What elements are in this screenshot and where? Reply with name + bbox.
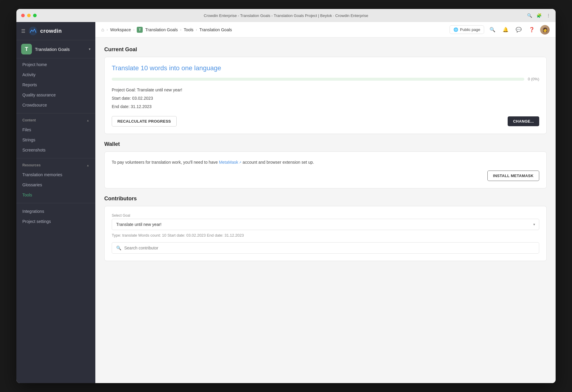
- sidebar-bottom-section: Integrations Project settings: [16, 205, 95, 228]
- recalculate-progress-button[interactable]: RECALCULATE PROGRESS: [112, 116, 177, 126]
- window-title: Crowdin Enterprise - Translation Goals -…: [204, 13, 368, 18]
- change-button[interactable]: CHANGE...: [508, 116, 539, 126]
- breadcrumb-sep-1: ›: [133, 28, 134, 32]
- sidebar-content-section: Files Strings Screenshots: [16, 124, 95, 156]
- logo-area: crowdin: [28, 26, 62, 36]
- project-selector[interactable]: T Translation Goals ▾: [16, 40, 95, 58]
- sidebar-item-reports[interactable]: Reports: [16, 80, 95, 90]
- breadcrumb-project[interactable]: Translation Goals: [145, 27, 178, 32]
- wallet-text: To pay volunteers for translation work, …: [112, 159, 539, 165]
- sidebar-item-label: Crowdsource: [22, 103, 47, 107]
- goal-meta-project: Project Goal: Translate until new year!: [112, 87, 539, 94]
- breadcrumb-project-icon: T: [137, 27, 143, 33]
- search-contributor-wrap: 🔍: [112, 242, 539, 254]
- close-button[interactable]: [21, 14, 25, 17]
- wallet-actions: INSTALL METAMASK: [112, 171, 539, 181]
- sidebar-item-tools[interactable]: Tools: [16, 190, 95, 200]
- public-page-button[interactable]: 🌐 Public page: [450, 25, 484, 34]
- progress-bar-bg: [112, 78, 524, 81]
- titlebar-actions: 🔍 🧩 ⋮: [527, 13, 551, 18]
- menu-icon[interactable]: ⋮: [546, 13, 551, 18]
- project-name: Translation Goals: [35, 47, 86, 52]
- sidebar-item-label: Project home: [22, 62, 47, 67]
- goal-title: Translate 10 words into one language: [112, 64, 539, 72]
- breadcrumb-workspace[interactable]: Workspace: [110, 27, 131, 32]
- sidebar-item-label: Activity: [22, 72, 35, 77]
- sidebar-item-translation-memories[interactable]: Translation memories: [16, 170, 95, 180]
- goal-select[interactable]: Translate until new year!: [112, 219, 539, 230]
- sidebar-main-section: Project home Activity Reports Quality as…: [16, 58, 95, 111]
- breadcrumb-tools[interactable]: Tools: [184, 27, 194, 32]
- sidebar-resources-section-header[interactable]: Resources ▲: [16, 160, 95, 168]
- sidebar: ☰ crowdin T Translation Goals ▾: [16, 22, 95, 383]
- right-panel: ⌂ › Workspace › T Translation Goals › To…: [95, 22, 556, 383]
- select-goal-label: Select Goal: [112, 213, 539, 218]
- search-contributor-input[interactable]: [124, 246, 535, 250]
- current-goal-section: Current Goal Translate 10 words into one…: [104, 46, 547, 134]
- sidebar-item-integrations[interactable]: Integrations: [16, 206, 95, 216]
- hamburger-icon[interactable]: ☰: [21, 28, 25, 34]
- breadcrumb-home-icon[interactable]: ⌂: [101, 27, 104, 32]
- sidebar-resources-section: Translation memories Glossaries Tools: [16, 168, 95, 201]
- sidebar-item-label: Reports: [22, 82, 37, 87]
- sidebar-item-label: Screenshots: [22, 148, 46, 152]
- contributors-section: Contributors Select Goal Translate until…: [104, 196, 547, 261]
- project-avatar: T: [21, 44, 32, 54]
- sidebar-divider-3: [16, 203, 95, 203]
- main-content: Current Goal Translate 10 words into one…: [95, 38, 556, 383]
- contributors-card: Select Goal Translate until new year! ▾ …: [104, 206, 547, 261]
- traffic-lights: [21, 14, 37, 17]
- logo-text: crowdin: [40, 28, 62, 34]
- current-goal-card-actions: RECALCULATE PROGRESS CHANGE...: [112, 116, 539, 126]
- progress-label: 0 (0%): [528, 77, 539, 81]
- crowdin-logo: [28, 26, 38, 36]
- current-goal-card: Translate 10 words into one language 0 (…: [104, 57, 547, 134]
- project-chevron-icon: ▾: [89, 47, 91, 51]
- breadcrumb-sep-3: ›: [196, 28, 197, 32]
- breadcrumb-current: Translation Goals: [199, 27, 232, 32]
- breadcrumb: ⌂ › Workspace › T Translation Goals › To…: [101, 27, 450, 33]
- sidebar-item-files[interactable]: Files: [16, 125, 95, 135]
- current-goal-section-title: Current Goal: [104, 46, 547, 53]
- sidebar-divider-2: [16, 158, 95, 158]
- sidebar-content-section-header[interactable]: Content ▲: [16, 115, 95, 124]
- sidebar-header: ☰ crowdin: [16, 22, 95, 40]
- wallet-card: To pay volunteers for translation work, …: [104, 152, 547, 188]
- breadcrumb-sep-2: ›: [180, 28, 181, 32]
- sidebar-item-label: Quality assurance: [22, 93, 56, 97]
- wallet-section-title: Wallet: [104, 141, 547, 147]
- contributors-section-title: Contributors: [104, 196, 547, 202]
- sidebar-item-strings[interactable]: Strings: [16, 135, 95, 145]
- sidebar-item-activity[interactable]: Activity: [16, 70, 95, 80]
- app-window: Crowdin Enterprise - Translation Goals -…: [16, 9, 556, 383]
- search-nav-icon[interactable]: 🔍: [488, 25, 497, 35]
- sidebar-item-label: Files: [22, 127, 31, 132]
- help-icon[interactable]: ❓: [527, 25, 537, 35]
- maximize-button[interactable]: [33, 14, 37, 17]
- sidebar-item-glossaries[interactable]: Glossaries: [16, 180, 95, 190]
- sidebar-divider: [16, 113, 95, 113]
- messages-icon[interactable]: 💬: [514, 25, 523, 35]
- search-icon[interactable]: 🔍: [527, 13, 532, 18]
- sidebar-item-label: Strings: [22, 138, 35, 142]
- sidebar-item-label: Translation memories: [22, 172, 62, 177]
- install-metamask-button[interactable]: INSTALL METAMASK: [487, 171, 539, 181]
- sidebar-item-label: Glossaries: [22, 182, 42, 187]
- search-contributor-icon: 🔍: [116, 246, 121, 250]
- sidebar-item-project-settings[interactable]: Project settings: [16, 216, 95, 227]
- sidebar-item-screenshots[interactable]: Screenshots: [16, 145, 95, 155]
- metamask-link[interactable]: MetaMask ↗: [219, 159, 242, 165]
- user-avatar[interactable]: 👩: [540, 25, 550, 35]
- sidebar-item-project-home[interactable]: Project home: [16, 60, 95, 70]
- extensions-icon[interactable]: 🧩: [537, 13, 541, 18]
- chevron-up-icon: ▲: [86, 119, 89, 122]
- notifications-icon[interactable]: 🔔: [501, 25, 510, 35]
- goal-meta-end: End date: 31.12.2023: [112, 103, 539, 110]
- chevron-up-icon-2: ▲: [86, 164, 89, 167]
- sidebar-item-crowdsource[interactable]: Crowdsource: [16, 100, 95, 110]
- titlebar: Crowdin Enterprise - Translation Goals -…: [16, 9, 556, 22]
- minimize-button[interactable]: [27, 14, 31, 17]
- goal-meta-row: Type: translate Words count: 10 Start da…: [112, 233, 539, 238]
- sidebar-item-quality-assurance[interactable]: Quality assurance: [16, 90, 95, 100]
- sidebar-item-label: Integrations: [22, 209, 44, 214]
